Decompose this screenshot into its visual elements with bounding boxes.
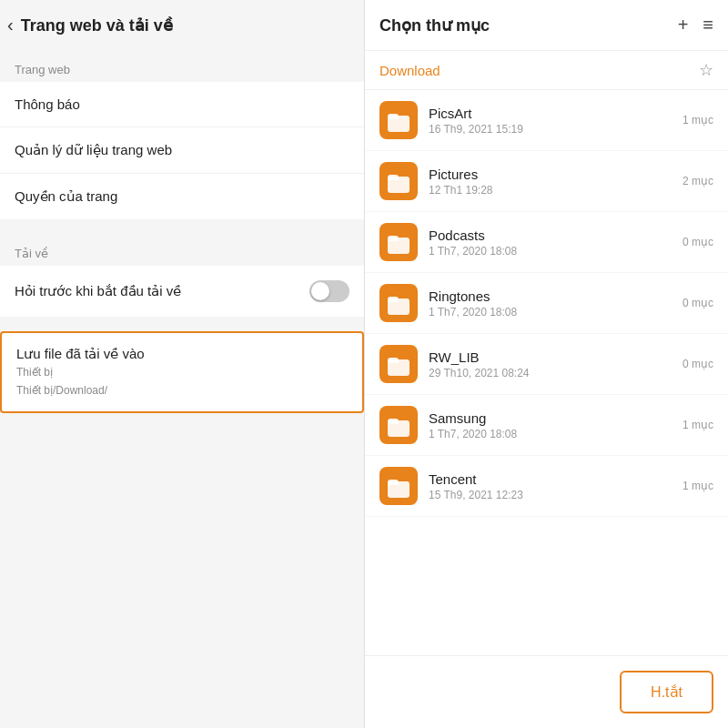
- folder-item[interactable]: RW_LIB29 Th10, 2021 08:240 mục: [365, 334, 728, 395]
- folder-icon: [379, 284, 418, 322]
- folder-count: 0 mục: [682, 297, 713, 309]
- folder-date: 1 Th7, 2020 18:08: [429, 428, 672, 440]
- save-location-path-text: Thiết bị/Download/: [16, 382, 348, 399]
- cancel-button[interactable]: H.tắt: [620, 671, 713, 713]
- folder-date: 1 Th7, 2020 18:08: [429, 245, 672, 258]
- folder-count: 1 mục: [682, 114, 713, 126]
- menu-item-manage-data-label: Quản lý dữ liệu trang web: [15, 142, 172, 158]
- folder-name: RW_LIB: [429, 349, 672, 365]
- left-panel: ‹ Trang web và tải về Trang web Thông bá…: [0, 0, 364, 728]
- folder-info: PicsArt16 Th9, 2021 15:19: [429, 106, 672, 136]
- current-path-bar: Download ☆: [365, 51, 728, 90]
- current-path-text: Download: [379, 63, 440, 78]
- folder-item[interactable]: Ringtones1 Th7, 2020 18:080 mục: [365, 273, 728, 334]
- add-folder-icon[interactable]: +: [678, 15, 689, 35]
- folder-name: Ringtones: [429, 288, 672, 304]
- folder-name: Podcasts: [429, 228, 672, 243]
- folder-icon: [379, 223, 418, 261]
- folder-date: 16 Th9, 2021 15:19: [429, 123, 672, 136]
- right-header-icons: + ≡: [678, 15, 713, 35]
- folder-info: Tencent15 Th9, 2021 12:23: [429, 471, 672, 501]
- folder-name: Samsung: [429, 410, 672, 426]
- star-icon[interactable]: ☆: [699, 60, 713, 80]
- folder-icon: [379, 162, 418, 200]
- right-panel-title: Chọn thư mục: [379, 15, 490, 35]
- menu-item-ask-before[interactable]: Hỏi trước khi bắt đầu tải về: [0, 266, 364, 317]
- folder-item[interactable]: Podcasts1 Th7, 2020 18:080 mục: [365, 212, 728, 273]
- web-settings-card: Thông báo Quản lý dữ liệu trang web Quyề…: [0, 82, 364, 219]
- folder-info: Ringtones1 Th7, 2020 18:08: [429, 288, 672, 318]
- folder-icon: [379, 467, 418, 505]
- menu-item-manage-data[interactable]: Quản lý dữ liệu trang web: [0, 127, 364, 174]
- left-header: ‹ Trang web và tải về: [0, 0, 364, 50]
- download-settings-card: Hỏi trước khi bắt đầu tải về: [0, 266, 364, 317]
- menu-item-permissions-label: Quyền của trang: [15, 188, 117, 205]
- folder-name: PicsArt: [429, 106, 672, 121]
- folder-date: 1 Th7, 2020 18:08: [429, 306, 672, 318]
- menu-item-notifications[interactable]: Thông báo: [0, 82, 364, 127]
- folder-count: 0 mục: [682, 358, 713, 370]
- menu-item-ask-before-label: Hỏi trước khi bắt đầu tải về: [15, 283, 181, 299]
- section-gap-2: [0, 317, 364, 331]
- folder-info: Podcasts1 Th7, 2020 18:08: [429, 228, 672, 258]
- folder-icon: [379, 406, 418, 444]
- section-web-label: Trang web: [0, 50, 364, 82]
- menu-item-notifications-label: Thông báo: [15, 96, 80, 112]
- folder-count: 1 mục: [682, 480, 713, 492]
- save-location-main-text: Lưu file đã tải về vào: [16, 346, 348, 362]
- folder-info: Samsung1 Th7, 2020 18:08: [429, 410, 672, 440]
- menu-item-permissions[interactable]: Quyền của trang: [0, 174, 364, 219]
- folder-date: 12 Th1 19:28: [429, 184, 672, 197]
- menu-icon[interactable]: ≡: [703, 15, 713, 35]
- folder-name: Tencent: [429, 471, 672, 487]
- folder-item[interactable]: PicsArt16 Th9, 2021 15:191 mục: [365, 90, 728, 151]
- folder-info: RW_LIB29 Th10, 2021 08:24: [429, 349, 672, 379]
- folder-list: PicsArt16 Th9, 2021 15:191 mụcPictures12…: [365, 90, 728, 655]
- ask-before-toggle[interactable]: [309, 280, 349, 302]
- toggle-knob: [311, 282, 329, 300]
- back-button[interactable]: ‹: [7, 15, 14, 35]
- right-footer: H.tắt: [365, 655, 728, 728]
- folder-info: Pictures12 Th1 19:28: [429, 167, 672, 197]
- right-header: Chọn thư mục + ≡: [365, 0, 728, 51]
- section-download-label: Tải về: [0, 234, 364, 266]
- folder-item[interactable]: Pictures12 Th1 19:282 mục: [365, 151, 728, 212]
- folder-date: 29 Th10, 2021 08:24: [429, 367, 672, 379]
- folder-item[interactable]: Samsung1 Th7, 2020 18:081 mục: [365, 395, 728, 456]
- right-panel: Chọn thư mục + ≡ Download ☆ PicsArt16 Th…: [364, 0, 728, 728]
- section-gap: [0, 219, 364, 234]
- save-location-item[interactable]: Lưu file đã tải về vào Thiết bị Thiết bị…: [0, 331, 364, 413]
- folder-icon: [379, 101, 418, 139]
- folder-count: 1 mục: [682, 419, 713, 431]
- folder-count: 2 mục: [682, 175, 713, 187]
- folder-item[interactable]: Tencent15 Th9, 2021 12:231 mục: [365, 456, 728, 517]
- folder-name: Pictures: [429, 167, 672, 182]
- left-panel-title: Trang web và tải về: [21, 15, 173, 35]
- folder-icon: [379, 345, 418, 383]
- folder-date: 15 Th9, 2021 12:23: [429, 489, 672, 501]
- save-location-sub-text: Thiết bị: [16, 364, 348, 380]
- folder-count: 0 mục: [682, 236, 713, 248]
